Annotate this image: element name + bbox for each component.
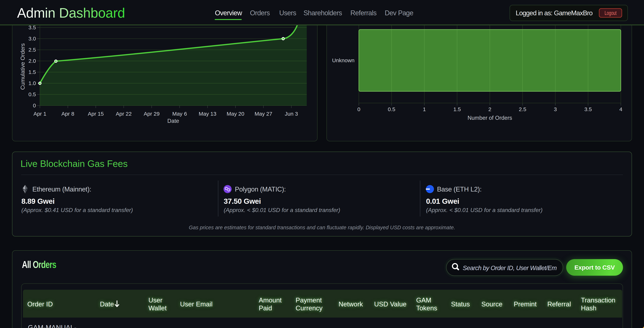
svg-text:Apr 22: Apr 22 bbox=[116, 111, 132, 117]
svg-text:Jun 3: Jun 3 bbox=[285, 111, 298, 117]
svg-text:2.5: 2.5 bbox=[28, 47, 36, 53]
svg-text:May 6: May 6 bbox=[172, 111, 187, 117]
svg-text:4: 4 bbox=[620, 106, 622, 112]
svg-text:0.5: 0.5 bbox=[388, 106, 395, 112]
svg-text:3.5: 3.5 bbox=[584, 106, 592, 112]
svg-text:0.5: 0.5 bbox=[28, 91, 36, 97]
svg-text:May 13: May 13 bbox=[199, 111, 216, 117]
svg-text:Unknown: Unknown bbox=[332, 57, 354, 63]
svg-text:1.0: 1.0 bbox=[28, 80, 36, 86]
svg-text:0: 0 bbox=[33, 103, 36, 108]
svg-text:May 20: May 20 bbox=[226, 111, 244, 117]
svg-text:Apr 15: Apr 15 bbox=[88, 111, 104, 117]
svg-text:Apr 8: Apr 8 bbox=[62, 111, 74, 117]
svg-text:1: 1 bbox=[423, 106, 426, 112]
svg-text:2: 2 bbox=[488, 106, 492, 112]
svg-text:Apr 1: Apr 1 bbox=[34, 111, 46, 117]
svg-text:2.0: 2.0 bbox=[28, 58, 36, 64]
svg-text:Apr 29: Apr 29 bbox=[144, 111, 160, 117]
svg-text:1.5: 1.5 bbox=[453, 106, 461, 112]
svg-text:Cumulative Orders: Cumulative Orders bbox=[20, 43, 26, 90]
svg-text:1.5: 1.5 bbox=[28, 69, 36, 75]
svg-text:3: 3 bbox=[554, 106, 557, 112]
svg-text:0: 0 bbox=[358, 106, 360, 112]
svg-text:May 27: May 27 bbox=[254, 111, 272, 117]
svg-text:Date: Date bbox=[167, 118, 179, 124]
svg-text:3.0: 3.0 bbox=[28, 36, 36, 42]
svg-text:Number of Orders: Number of Orders bbox=[468, 115, 512, 121]
svg-text:2.5: 2.5 bbox=[519, 106, 526, 112]
